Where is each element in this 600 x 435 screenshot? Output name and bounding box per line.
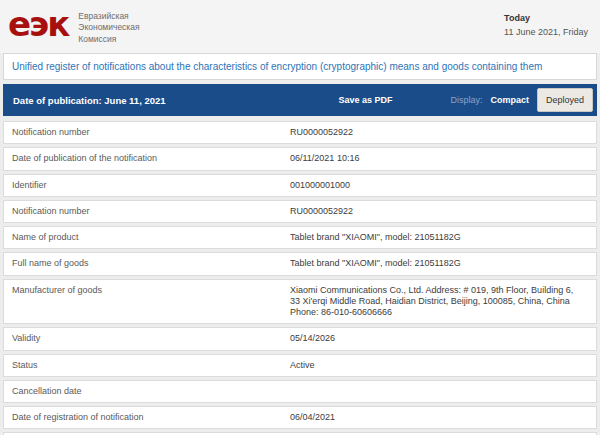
table-row: Full name of goods Tablet brand "XIAOMI"… bbox=[3, 252, 597, 275]
table-row: Notification number RU0000052922 bbox=[3, 200, 597, 223]
today-label: Today bbox=[504, 12, 588, 26]
top-header: еэк Евразийская Экономическая Комиссия T… bbox=[0, 0, 600, 53]
today-block: Today 11 June 2021, Friday bbox=[504, 12, 588, 39]
eec-logo-mark: еэк bbox=[8, 8, 68, 40]
field-value: Tablet brand "XIAOMI", model: 21051182G bbox=[290, 258, 475, 269]
logo-caption-line: Экономическая bbox=[78, 22, 139, 33]
table-row: Date of publication of the notification … bbox=[3, 147, 597, 170]
table-row: Identifier 001000001000 bbox=[3, 174, 597, 197]
field-label: Name of product bbox=[12, 232, 290, 243]
field-label: Date of registration of notification bbox=[12, 412, 290, 423]
publication-date-label: Date of publication: June 11, 2021 bbox=[13, 95, 166, 106]
field-value: 06/11/2021 10:16 bbox=[290, 153, 373, 164]
field-label: Cancellation date bbox=[12, 386, 290, 397]
field-value bbox=[290, 386, 304, 397]
field-label: Notification number bbox=[12, 127, 290, 138]
table-row: Manufacturer of goods Xiaomi Communicati… bbox=[3, 279, 597, 325]
display-label: Display: bbox=[450, 95, 482, 105]
field-label: Notification number bbox=[12, 206, 290, 217]
eec-logo: еэк Евразийская Экономическая Комиссия bbox=[8, 8, 140, 45]
display-compact-button[interactable]: Compact bbox=[490, 95, 529, 105]
table-row: Validity 05/14/2026 bbox=[3, 327, 597, 350]
field-value: RU0000052922 bbox=[290, 206, 367, 217]
save-as-pdf-button[interactable]: Save as PDF bbox=[338, 95, 392, 105]
page: еэк Евразийская Экономическая Комиссия T… bbox=[0, 0, 600, 435]
table-row: Notification number RU0000052922 bbox=[3, 121, 597, 144]
field-value: 05/14/2026 bbox=[290, 333, 349, 344]
today-date: 11 June 2021, Friday bbox=[504, 26, 588, 40]
display-deployed-button[interactable]: Deployed bbox=[537, 88, 593, 112]
table-row: Name of product Tablet brand "XIAOMI", m… bbox=[3, 226, 597, 249]
logo-caption-line: Евразийская bbox=[78, 11, 139, 22]
field-value: Tablet brand "XIAOMI", model: 21051182G bbox=[290, 232, 475, 243]
notification-details-table: Notification number RU0000052922 Date of… bbox=[0, 121, 600, 435]
field-value: Xiaomi Communications Co., Ltd. Address:… bbox=[290, 285, 588, 319]
logo-caption-line: Комиссия bbox=[78, 34, 139, 45]
field-label: Full name of goods bbox=[12, 258, 290, 269]
field-value: Active bbox=[290, 360, 329, 371]
register-title-link[interactable]: Unified register of notifications about … bbox=[3, 53, 597, 80]
field-value: RU0000052922 bbox=[290, 127, 367, 138]
field-label: Identifier bbox=[12, 180, 290, 191]
table-row: Cancellation date bbox=[3, 380, 597, 403]
field-value: 06/04/2021 bbox=[290, 412, 349, 423]
toolbar-actions: Save as PDF Display: Compact Deployed bbox=[338, 88, 593, 112]
table-row: Date of registration of notification 06/… bbox=[3, 406, 597, 429]
field-value: 001000001000 bbox=[290, 180, 364, 191]
eec-logo-caption: Евразийская Экономическая Комиссия bbox=[78, 11, 139, 45]
table-row: Status Active bbox=[3, 354, 597, 377]
field-label: Validity bbox=[12, 333, 290, 344]
field-label: Status bbox=[12, 360, 290, 371]
field-label: Manufacturer of goods bbox=[12, 285, 290, 319]
field-label: Date of publication of the notification bbox=[12, 153, 290, 164]
publication-toolbar: Date of publication: June 11, 2021 Save … bbox=[3, 84, 597, 116]
